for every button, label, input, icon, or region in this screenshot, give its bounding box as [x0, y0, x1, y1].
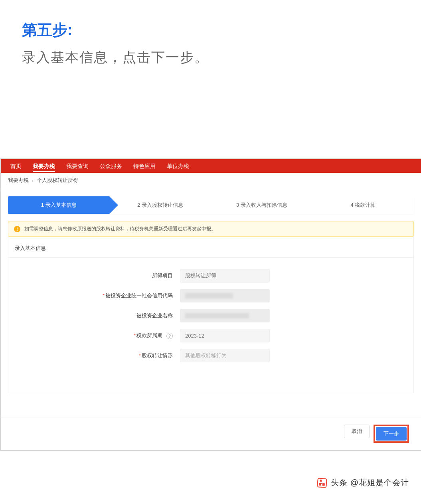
cancel-button[interactable]: 取消 [344, 425, 370, 438]
step-3[interactable]: 3 录入收入与扣除信息 [211, 196, 312, 214]
nav-gongzhongfuwu[interactable]: 公众服务 [94, 159, 128, 173]
input-company-code[interactable] [180, 289, 270, 302]
input-transfer-type[interactable]: 其他股权转移行为 [180, 349, 270, 362]
panel-title: 录入基本信息 [8, 237, 413, 258]
breadcrumb-sep: › [32, 178, 34, 184]
step-4[interactable]: 4 税款计算 [312, 196, 414, 214]
step-2[interactable]: 2 录入股权转让信息 [109, 196, 211, 214]
step-1[interactable]: 1 录入基本信息 [8, 196, 109, 214]
alert-icon: ! [14, 226, 20, 232]
alert-text: 如需调整信息，请您修改原报送的股权转让资料，待税务机关重新受理通过后再发起申报。 [24, 225, 216, 232]
form-row-income-item: 所得项目 股权转让所得 [8, 269, 413, 283]
breadcrumb-root[interactable]: 我要办税 [8, 177, 29, 184]
article-step-title: 第五步: [22, 20, 399, 40]
label-tax-period: *税款所属期 ? [8, 332, 180, 339]
nav-woyaobanshui[interactable]: 我要办税 [27, 159, 61, 173]
step-indicator: 1 录入基本信息 2 录入股权转让信息 3 录入收入与扣除信息 4 税款计算 [8, 196, 414, 214]
breadcrumb: 我要办税 › 个人股权转让所得 [1, 173, 421, 189]
input-tax-period[interactable]: 2023-12 [180, 329, 270, 342]
nav-woyaochaxun[interactable]: 我要查询 [61, 159, 94, 173]
help-icon[interactable]: ? [166, 333, 173, 339]
info-alert: ! 如需调整信息，请您修改原报送的股权转让资料，待税务机关重新受理通过后再发起申… [8, 221, 414, 237]
input-company-name[interactable] [180, 309, 270, 322]
nav-teseyingyong[interactable]: 特色应用 [128, 159, 161, 173]
next-button-highlight: 下一步 [374, 425, 409, 443]
input-income-item[interactable]: 股权转让所得 [180, 269, 270, 283]
article-step-desc: 录入基本信息，点击下一步。 [22, 48, 399, 67]
basic-info-panel: 录入基本信息 所得项目 股权转让所得 *被投资企业统一社会信用代码 [8, 237, 414, 393]
form-area: 所得项目 股权转让所得 *被投资企业统一社会信用代码 被投资企业名称 [8, 258, 413, 393]
nav-home[interactable]: 首页 [5, 159, 27, 173]
label-company-name: 被投资企业名称 [8, 312, 180, 319]
redacted-value [185, 293, 233, 298]
redacted-value [185, 313, 249, 318]
form-row-transfer-type: *股权转让情形 其他股权转移行为 [8, 349, 413, 362]
next-button[interactable]: 下一步 [376, 427, 407, 441]
breadcrumb-current: 个人股权转让所得 [37, 177, 78, 184]
top-nav: 首页 我要办税 我要查询 公众服务 特色应用 单位办税 [1, 159, 421, 173]
form-row-company-name: 被投资企业名称 [8, 309, 413, 322]
footer-actions: 取消 下一步 [1, 417, 421, 450]
label-company-code: *被投资企业统一社会信用代码 [8, 292, 180, 299]
label-income-item: 所得项目 [8, 272, 180, 279]
nav-danweibanshui[interactable]: 单位办税 [161, 159, 195, 173]
label-transfer-type: *股权转让情形 [8, 352, 180, 359]
form-row-company-code: *被投资企业统一社会信用代码 [8, 289, 413, 302]
app-screenshot: 首页 我要办税 我要查询 公众服务 特色应用 单位办税 我要办税 › 个人股权转… [0, 158, 421, 451]
form-row-tax-period: *税款所属期 ? 2023-12 [8, 329, 413, 342]
